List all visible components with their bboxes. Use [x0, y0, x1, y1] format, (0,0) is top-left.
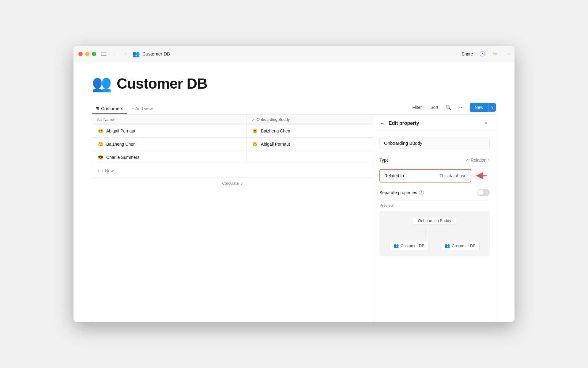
panel-title: Edit property: [389, 121, 419, 126]
related-to-row[interactable]: Related to This database: [379, 169, 471, 182]
avatar: 😄: [97, 141, 104, 148]
panel-close-button[interactable]: ✕: [482, 120, 490, 127]
table-row[interactable]: 😊 Abigail Pernaut 😄 Baizheng Chen: [92, 125, 373, 138]
preview-arrows: [425, 228, 444, 237]
help-icon[interactable]: ?: [419, 190, 424, 195]
table-more-button[interactable]: ···: [457, 103, 466, 112]
forward-button[interactable]: →: [121, 51, 129, 57]
name-value: Baizheng Chen: [106, 142, 136, 147]
edit-property-panel: ← Edit property ✕ Type ↗ Relation: [373, 115, 496, 322]
plus-icon: +: [97, 168, 100, 173]
calculate-label: Calculate: [222, 181, 239, 186]
tab-customers[interactable]: ⊞ Customers: [92, 103, 127, 114]
name-cell: 😎 Charlie Summers: [92, 151, 247, 164]
close-button[interactable]: [78, 52, 83, 56]
red-arrow-icon: [474, 171, 487, 180]
tab-right: Filter Sort 🔍 ··· New ∨: [410, 103, 496, 114]
buddy-avatar: 😊: [252, 141, 258, 148]
buddy-value: Abigail Pernaut: [261, 142, 290, 147]
tab-left: ⊞ Customers + Add view: [92, 103, 156, 114]
property-name-input[interactable]: [379, 137, 490, 149]
panel-back-button[interactable]: ←: [379, 120, 386, 127]
separate-label: Separate properties ?: [379, 190, 424, 195]
type-value-text: Relation: [471, 158, 486, 163]
name-col-label: Name: [104, 117, 114, 122]
traffic-lights: [78, 52, 96, 56]
toggle-knob: [478, 190, 484, 195]
page-icon: 👥: [132, 50, 140, 58]
preview-db-icon-1: 👥: [394, 243, 399, 248]
separate-label-text: Separate properties: [379, 190, 417, 195]
new-record-chevron[interactable]: ∨: [488, 103, 496, 112]
main-content: 👥 Customer DB ⊞ Customers + Add view Fil…: [74, 62, 514, 322]
name-value: Abigail Pernaut: [106, 128, 135, 133]
more-options-icon[interactable]: ···: [503, 50, 510, 58]
titlebar-right: Share 🕐 ☆ ···: [462, 50, 510, 58]
col-header-onboarding-buddy[interactable]: ↗ Onboarding Buddy: [247, 115, 373, 125]
preview-label: Preview: [379, 203, 490, 208]
new-record-button[interactable]: New: [470, 103, 488, 112]
database-icon: 👥: [92, 74, 112, 93]
tab-bar: ⊞ Customers + Add view Filter Sort 🔍 ···…: [92, 103, 496, 115]
preview-db-item-1: 👥 Customer DB: [390, 241, 428, 250]
type-chevron-icon: ›: [488, 158, 490, 163]
menu-icon[interactable]: [101, 52, 107, 56]
buddy-col-icon: ↗: [252, 117, 255, 122]
page-title: Customer DB: [117, 75, 207, 92]
add-view-label: + Add view: [132, 106, 153, 111]
calculate-bar: Calculate ∨: [92, 178, 373, 189]
maximize-button[interactable]: [92, 52, 96, 56]
avatar: 😎: [97, 154, 104, 161]
preview-db-items: 👥 Customer DB 👥 Customer DB: [390, 241, 480, 250]
star-icon[interactable]: ☆: [492, 50, 498, 58]
page-title-bar-text: Customer DB: [142, 51, 170, 56]
add-view-button[interactable]: + Add view: [128, 104, 156, 114]
name-cell: 😊 Abigail Pernaut: [92, 125, 247, 138]
search-button[interactable]: 🔍: [444, 103, 453, 112]
name-value: Charlie Summers: [106, 155, 139, 160]
preview-db-label-2: Customer DB: [452, 243, 476, 248]
type-label: Type: [379, 158, 389, 163]
name-col-icon: Aa: [97, 117, 102, 122]
back-button[interactable]: ←: [111, 51, 119, 57]
arrow-line-right: [444, 228, 444, 237]
svg-marker-3: [425, 236, 425, 237]
app-window: ← → 👥 Customer DB Share 🕐 ☆ ··· 👥 Custom…: [74, 46, 514, 322]
calculate-button[interactable]: Calculate ∨: [222, 181, 243, 186]
table-footer: + + New: [92, 164, 373, 178]
page-header: 👥 Customer DB: [92, 74, 496, 93]
table-icon: ⊞: [96, 106, 99, 111]
history-icon[interactable]: 🕐: [478, 50, 487, 58]
preview-box: Onboarding Buddy: [379, 211, 490, 256]
separate-toggle[interactable]: [477, 189, 490, 196]
separate-properties-row: Separate properties ?: [379, 185, 490, 201]
page-icon-title: 👥 Customer DB: [132, 50, 462, 58]
calculate-chevron-icon: ∨: [240, 181, 243, 186]
relation-arrow-icon: ↗: [465, 158, 469, 163]
preview-db-item-2: 👥 Customer DB: [441, 241, 480, 250]
preview-db-icon-2: 👥: [445, 243, 450, 248]
preview-arrow-right: [444, 228, 444, 237]
type-value: ↗ Relation ›: [465, 158, 490, 163]
preview-section: Preview Onboarding Buddy: [379, 203, 490, 256]
filter-button[interactable]: Filter: [410, 104, 424, 111]
minimize-button[interactable]: [85, 52, 89, 56]
svg-marker-5: [444, 236, 444, 237]
panel-header: ← Edit property ✕: [373, 115, 496, 132]
nav-arrows: ← →: [111, 51, 129, 57]
preview-arrow-left: [425, 228, 425, 237]
sort-button[interactable]: Sort: [428, 104, 441, 111]
col-header-name[interactable]: Aa Name: [92, 115, 247, 125]
tab-customers-label: Customers: [101, 106, 123, 111]
type-row[interactable]: Type ↗ Relation ›: [379, 154, 490, 167]
panel-header-left: ← Edit property: [379, 120, 419, 127]
database-area: ⊞ Customers + Add view Filter Sort 🔍 ···…: [92, 103, 496, 322]
related-to-value: This database: [439, 173, 466, 178]
add-row-button[interactable]: + + New: [97, 167, 114, 174]
share-button[interactable]: Share: [462, 52, 473, 56]
new-row-label: + New: [101, 168, 114, 173]
table-row[interactable]: 😎 Charlie Summers: [92, 151, 373, 164]
preview-db-label-1: Customer DB: [401, 243, 424, 248]
titlebar: ← → 👥 Customer DB Share 🕐 ☆ ···: [74, 46, 514, 62]
table-row[interactable]: 😄 Baizheng Chen 😊 Abigail Pernaut: [92, 138, 373, 151]
